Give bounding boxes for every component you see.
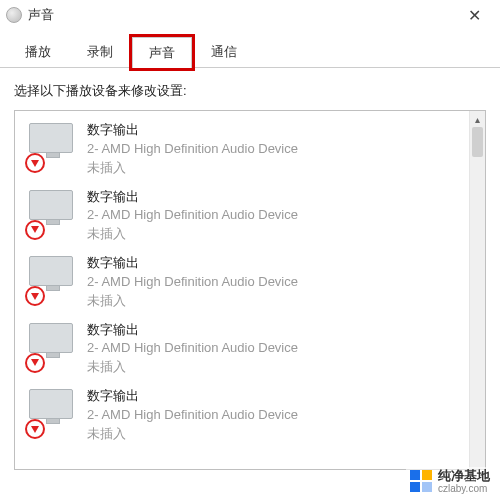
device-status: 未插入 (87, 425, 298, 444)
monitor-icon (27, 190, 77, 236)
device-list[interactable]: 数字输出2- AMD High Definition Audio Device未… (15, 111, 469, 469)
watermark-logo-icon (410, 470, 432, 492)
monitor-icon (27, 323, 77, 369)
unplugged-badge-icon (25, 220, 45, 240)
sound-app-icon (6, 7, 22, 23)
device-status: 未插入 (87, 292, 298, 311)
device-status: 未插入 (87, 159, 298, 178)
unplugged-badge-icon (25, 153, 45, 173)
monitor-icon (27, 123, 77, 169)
device-desc: 2- AMD High Definition Audio Device (87, 406, 298, 425)
device-item[interactable]: 数字输出2- AMD High Definition Audio Device未… (15, 248, 469, 315)
device-desc: 2- AMD High Definition Audio Device (87, 339, 298, 358)
watermark-name: 纯净基地 (438, 469, 490, 483)
window-title: 声音 (28, 6, 454, 24)
scroll-up-icon[interactable]: ▴ (470, 111, 485, 127)
device-list-container: 数字输出2- AMD High Definition Audio Device未… (14, 110, 486, 470)
device-item[interactable]: 数字输出2- AMD High Definition Audio Device未… (15, 381, 469, 448)
watermark-url: czlaby.com (438, 483, 490, 494)
watermark: 纯净基地 czlaby.com (406, 467, 494, 496)
monitor-icon (27, 389, 77, 435)
device-name: 数字输出 (87, 188, 298, 207)
device-name: 数字输出 (87, 121, 298, 140)
device-name: 数字输出 (87, 387, 298, 406)
tab-3[interactable]: 通信 (194, 36, 254, 67)
monitor-icon (27, 256, 77, 302)
titlebar: 声音 ✕ (0, 0, 500, 30)
device-item[interactable]: 数字输出2- AMD High Definition Audio Device未… (15, 315, 469, 382)
tab-0[interactable]: 播放 (8, 36, 68, 67)
close-button[interactable]: ✕ (454, 1, 494, 29)
device-item[interactable]: 数字输出2- AMD High Definition Audio Device未… (15, 182, 469, 249)
tab-strip: 播放录制声音通信 (0, 30, 500, 68)
device-status: 未插入 (87, 225, 298, 244)
instruction-text: 选择以下播放设备来修改设置: (0, 68, 500, 110)
device-name: 数字输出 (87, 254, 298, 273)
unplugged-badge-icon (25, 419, 45, 439)
device-status: 未插入 (87, 358, 298, 377)
device-desc: 2- AMD High Definition Audio Device (87, 273, 298, 292)
tab-1[interactable]: 录制 (70, 36, 130, 67)
unplugged-badge-icon (25, 353, 45, 373)
device-desc: 2- AMD High Definition Audio Device (87, 206, 298, 225)
tab-2[interactable]: 声音 (132, 37, 192, 68)
device-desc: 2- AMD High Definition Audio Device (87, 140, 298, 159)
scrollbar[interactable]: ▴ (469, 111, 485, 469)
device-name: 数字输出 (87, 321, 298, 340)
device-item[interactable]: 数字输出2- AMD High Definition Audio Device未… (15, 115, 469, 182)
close-icon: ✕ (468, 6, 481, 25)
unplugged-badge-icon (25, 286, 45, 306)
scrollbar-thumb[interactable] (472, 127, 483, 157)
